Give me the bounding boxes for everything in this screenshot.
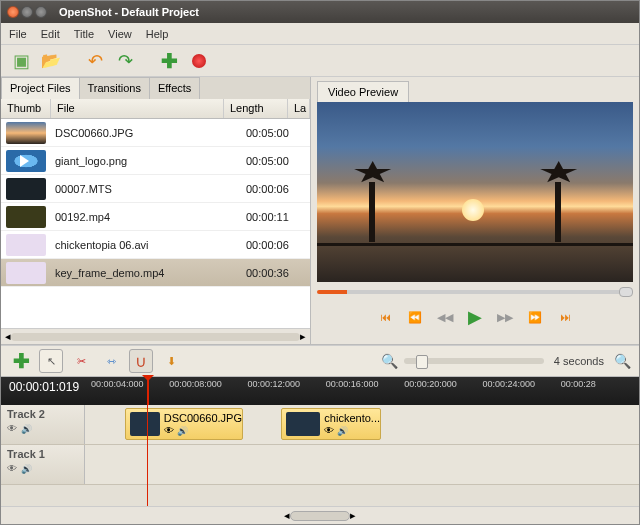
file-row[interactable]: giant_logo.png00:05:00 — [1, 147, 310, 175]
goto-start-button[interactable]: ⏮ — [375, 308, 395, 326]
snap-button[interactable]: ∪ — [129, 349, 153, 373]
razor-tool-button[interactable]: ✂ — [69, 349, 93, 373]
track-body[interactable] — [85, 445, 639, 484]
goto-end-button[interactable]: ⏭ — [555, 308, 575, 326]
preview-seekbar[interactable] — [317, 286, 633, 298]
play-icon: ▶ — [468, 306, 482, 328]
file-length: 00:00:06 — [246, 239, 310, 251]
file-row[interactable]: 00007.MTS00:00:06 — [1, 175, 310, 203]
window-maximize-button[interactable] — [35, 6, 47, 18]
ruler-playhead[interactable] — [147, 377, 149, 405]
file-length: 00:00:36 — [246, 267, 310, 279]
timeline-clip[interactable]: chickento... — [281, 408, 381, 440]
menu-edit[interactable]: Edit — [41, 28, 60, 40]
fastfwd-button[interactable]: ▶▶ — [495, 308, 515, 326]
zoom-in-button[interactable]: 🔍 — [614, 353, 631, 369]
track-row: Track 1 — [1, 445, 639, 485]
file-length: 00:00:06 — [246, 183, 310, 195]
menu-title[interactable]: Title — [74, 28, 94, 40]
next-frame-button[interactable]: ⏩ — [525, 308, 545, 326]
ffwd-icon: ▶▶ — [497, 311, 513, 324]
timeline-hscroll[interactable]: ◂▸ — [1, 506, 639, 524]
clip-icons — [324, 424, 380, 437]
file-list-hscroll[interactable]: ◂▸ — [1, 328, 310, 344]
tab-transitions[interactable]: Transitions — [79, 77, 150, 99]
open-project-button[interactable]: 📂 — [39, 49, 63, 73]
menu-view[interactable]: View — [108, 28, 132, 40]
col-file[interactable]: File — [51, 99, 224, 118]
tab-project-files[interactable]: Project Files — [1, 77, 80, 99]
file-name: chickentopia 06.avi — [51, 239, 246, 251]
project-panel: Project Files Transitions Effects Thumb … — [1, 77, 311, 344]
zoom-out-button[interactable]: 🔍 — [381, 353, 398, 369]
ruler-tick: 00:00:12:000 — [248, 379, 326, 389]
ruler-tick: 00:00:24:000 — [482, 379, 560, 389]
video-preview[interactable] — [317, 102, 633, 282]
undo-button[interactable]: ↶ — [83, 49, 107, 73]
new-project-button[interactable]: ▣ — [9, 49, 33, 73]
file-name: giant_logo.png — [51, 155, 246, 167]
zoom-slider[interactable] — [404, 358, 544, 364]
col-length[interactable]: Length — [224, 99, 288, 118]
play-button[interactable]: ▶ — [465, 308, 485, 326]
ruler-tick: 00:00:08:000 — [169, 379, 247, 389]
redo-button[interactable]: ↷ — [113, 49, 137, 73]
marker-button[interactable]: ⬇ — [159, 349, 183, 373]
rewind-icon: ◀◀ — [437, 311, 453, 324]
preview-panel: Video Preview ⏮ ⏪ ◀◀ ▶ ▶▶ ⏩ ⏭ — [311, 77, 639, 344]
timeline-ruler[interactable]: 00:00:01:019 00:00:04:00000:00:08:00000:… — [1, 377, 639, 405]
menubar: File Edit Title View Help — [1, 23, 639, 45]
file-list: DSC00660.JPG00:05:00giant_logo.png00:05:… — [1, 119, 310, 328]
menu-help[interactable]: Help — [146, 28, 169, 40]
plus-icon: ✚ — [161, 49, 178, 73]
ruler-tick: 00:00:16:000 — [326, 379, 404, 389]
goto-start-icon: ⏮ — [380, 311, 391, 323]
menu-file[interactable]: File — [9, 28, 27, 40]
track-header[interactable]: Track 1 — [1, 445, 85, 484]
file-row[interactable]: chickentopia 06.avi00:00:06 — [1, 231, 310, 259]
tab-video-preview[interactable]: Video Preview — [317, 81, 409, 102]
file-row[interactable]: key_frame_demo.mp400:00:36 — [1, 259, 310, 287]
resize-tool-button[interactable]: ⇿ — [99, 349, 123, 373]
ruler-tick: 00:00:04:000 — [91, 379, 169, 389]
timecode-display: 00:00:01:019 — [9, 380, 79, 394]
track-name: Track 1 — [7, 448, 78, 460]
eye-icon[interactable] — [7, 462, 17, 474]
eye-icon[interactable] — [7, 422, 17, 434]
playback-controls: ⏮ ⏪ ◀◀ ▶ ▶▶ ⏩ ⏭ — [311, 302, 639, 332]
ruler-tick: 00:00:28 — [561, 379, 639, 389]
main-toolbar: ▣ 📂 ↶ ↷ ✚ — [1, 45, 639, 77]
zoom-label: 4 seconds — [554, 355, 604, 367]
track-body[interactable]: DSC00660.JPG chickento... — [85, 405, 639, 444]
file-row[interactable]: DSC00660.JPG00:05:00 — [1, 119, 310, 147]
pointer-tool-button[interactable]: ↖ — [39, 349, 63, 373]
file-row[interactable]: 00192.mp400:00:11 — [1, 203, 310, 231]
record-button[interactable] — [187, 49, 211, 73]
rewind-button[interactable]: ◀◀ — [435, 308, 455, 326]
track-header[interactable]: Track 2 — [1, 405, 85, 444]
step-back-icon: ⏪ — [408, 311, 422, 324]
file-length: 00:05:00 — [246, 155, 310, 167]
folder-open-icon: 📂 — [41, 51, 61, 70]
file-thumb — [6, 262, 46, 284]
speaker-icon[interactable] — [21, 422, 32, 434]
timeline-tracks: Track 2 DSC00660.JPG chickento... Track … — [1, 405, 639, 506]
timeline-clip[interactable]: DSC00660.JPG — [125, 408, 243, 440]
magnet-icon: ∪ — [135, 352, 147, 371]
prev-frame-button[interactable]: ⏪ — [405, 308, 425, 326]
tab-effects[interactable]: Effects — [149, 77, 200, 99]
add-track-button[interactable]: ✚ — [9, 349, 33, 373]
goto-end-icon: ⏭ — [560, 311, 571, 323]
timeline-playhead[interactable] — [147, 405, 148, 506]
undo-icon: ↶ — [88, 50, 103, 72]
import-button[interactable]: ✚ — [157, 49, 181, 73]
col-label[interactable]: La — [288, 99, 310, 118]
window-close-button[interactable] — [7, 6, 19, 18]
clip-label: DSC00660.JPG — [164, 412, 242, 424]
col-thumb[interactable]: Thumb — [1, 99, 51, 118]
window-minimize-button[interactable] — [21, 6, 33, 18]
clip-thumb — [286, 412, 320, 436]
ruler-tick: 00:00:20:000 — [404, 379, 482, 389]
speaker-icon[interactable] — [21, 462, 32, 474]
pointer-icon: ↖ — [47, 355, 56, 368]
